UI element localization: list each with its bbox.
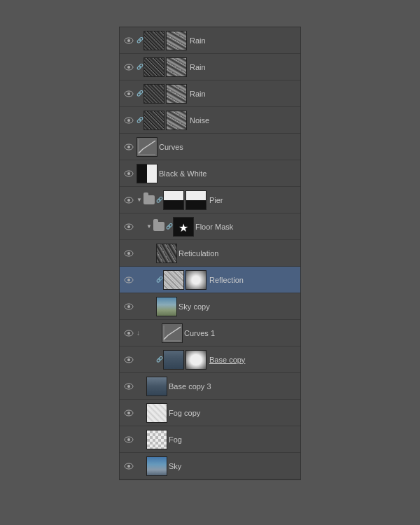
svg-point-3: [127, 66, 130, 69]
layer-thumbnail: [146, 377, 167, 396]
eye-icon[interactable]: [122, 300, 135, 313]
layer-name: Sky: [169, 462, 181, 470]
layer-name: Reticulation: [178, 249, 218, 258]
svg-point-32: [127, 332, 130, 335]
layer-content: 🔗Reflection: [136, 270, 298, 290]
layer-mask-thumbnail: [166, 111, 187, 130]
eye-icon[interactable]: [122, 194, 135, 206]
layer-content: 🔗Rain: [136, 31, 298, 50]
layers-panel: 🔗Rain🔗Rain🔗Rain🔗NoiseCurvesBlack & White…: [119, 27, 301, 480]
layer-row[interactable]: Curves: [120, 134, 300, 160]
svg-point-5: [127, 92, 130, 95]
layer-thumbnail: [144, 111, 164, 130]
layer-content: Base copy 3: [136, 377, 298, 396]
folder-icon: [144, 195, 155, 204]
layer-name: Curves: [159, 143, 183, 151]
clipping-mask-icon: ↓: [136, 329, 140, 337]
layer-row[interactable]: 🔗Reflection: [120, 267, 300, 293]
layer-thumbnail: [136, 137, 158, 157]
watermark: [412, 6, 414, 13]
layer-row[interactable]: 🔗Rain: [120, 80, 300, 107]
layer-thumbnail: [163, 190, 184, 210]
layer-thumbnail: [163, 270, 184, 290]
layer-name: Base copy 3: [169, 382, 211, 391]
layer-thumbnail: [144, 57, 164, 77]
layer-thumbnail: [144, 31, 164, 50]
eye-icon[interactable]: [122, 34, 135, 47]
svg-rect-20: [186, 200, 206, 209]
layer-row[interactable]: ▼🔗★Floor Mask: [120, 214, 300, 240]
chain-link-icon: 🔗: [136, 64, 144, 70]
layer-row[interactable]: 🔗Rain: [120, 54, 300, 80]
layer-content: ↓Curves 1: [136, 323, 298, 343]
eye-icon[interactable]: [122, 433, 135, 446]
layer-mask-thumbnail: [166, 57, 187, 77]
layer-name: Fog copy: [169, 409, 200, 417]
svg-point-9: [127, 146, 130, 148]
expand-arrow-icon[interactable]: ▼: [146, 223, 152, 230]
layer-thumbnail: [146, 403, 167, 423]
layer-content: ▼🔗★Floor Mask: [136, 217, 298, 237]
layer-name: Curves 1: [184, 329, 215, 337]
svg-rect-18: [164, 200, 183, 209]
svg-point-30: [127, 305, 130, 308]
layer-row[interactable]: ▼🔗Pier: [120, 187, 300, 214]
eye-icon[interactable]: [122, 220, 135, 233]
layer-mask-thumbnail: [166, 31, 187, 50]
layer-content: Reticulation: [136, 244, 298, 263]
layer-thumbnail: [156, 297, 177, 316]
chain-link-icon: 🔗: [156, 276, 163, 283]
layer-thumbnail: [144, 84, 164, 104]
eye-icon[interactable]: [122, 354, 135, 366]
layer-content: 🔗Rain: [136, 57, 298, 77]
svg-point-41: [127, 412, 130, 414]
eye-icon[interactable]: [122, 114, 135, 127]
svg-point-43: [127, 438, 130, 441]
eye-icon[interactable]: [122, 327, 135, 340]
layer-mask-thumbnail: [186, 350, 206, 370]
svg-point-7: [127, 119, 130, 122]
layer-content: Sky: [136, 456, 298, 476]
svg-point-37: [127, 358, 130, 361]
layer-row[interactable]: Black & White: [120, 160, 300, 187]
layer-row[interactable]: Sky: [120, 453, 300, 479]
eye-icon[interactable]: [122, 61, 135, 74]
eye-icon[interactable]: [122, 88, 135, 100]
layer-thumbnail: [156, 244, 177, 263]
layer-name: Sky copy: [178, 302, 210, 311]
layer-name: Black & White: [159, 169, 206, 178]
eye-icon[interactable]: [122, 460, 135, 472]
chain-link-icon: 🔗: [136, 90, 144, 97]
eye-icon[interactable]: [122, 274, 135, 286]
layer-row[interactable]: 🔗Rain: [120, 27, 300, 54]
svg-rect-10: [137, 138, 157, 156]
layer-name: Rain: [190, 36, 206, 45]
svg-point-1: [127, 39, 130, 42]
eye-icon[interactable]: [122, 167, 135, 180]
layer-row[interactable]: Reticulation: [120, 240, 300, 267]
eye-icon[interactable]: [122, 141, 135, 153]
layer-content: Fog: [136, 430, 298, 449]
chain-link-icon: 🔗: [136, 37, 144, 43]
layer-row[interactable]: Base copy 3: [120, 373, 300, 400]
layer-name: Base copy: [209, 356, 245, 364]
layer-row[interactable]: Fog: [120, 426, 300, 453]
layer-row[interactable]: Sky copy: [120, 293, 300, 320]
layer-row[interactable]: 🔗Base copy: [120, 346, 300, 373]
layer-name: Noise: [190, 116, 209, 125]
eye-icon[interactable]: [122, 407, 135, 419]
layer-name: Reflection: [209, 276, 244, 284]
chain-link-icon: 🔗: [156, 356, 163, 363]
eye-icon[interactable]: [122, 380, 135, 393]
svg-point-22: [127, 225, 130, 228]
expand-arrow-icon[interactable]: ▼: [136, 197, 142, 203]
layer-name: Floor Mask: [195, 223, 233, 231]
eye-icon[interactable]: [122, 247, 135, 260]
svg-rect-19: [186, 191, 206, 200]
layer-row[interactable]: ↓Curves 1: [120, 320, 300, 346]
layer-row[interactable]: Fog copy: [120, 400, 300, 426]
layer-content: 🔗Rain: [136, 84, 298, 104]
chain-link-icon: 🔗: [136, 117, 144, 123]
layer-row[interactable]: 🔗Noise: [120, 107, 300, 134]
svg-point-39: [127, 385, 130, 388]
